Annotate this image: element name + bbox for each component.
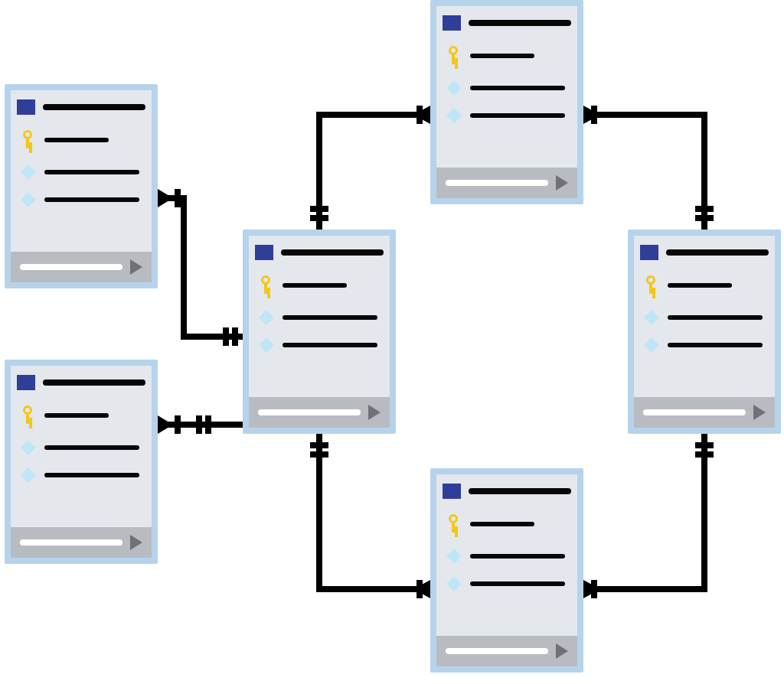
field-line [470,54,534,58]
progress-bar [258,409,361,415]
field-row-attr [449,551,565,562]
key-icon [449,46,459,66]
relation-t1-t3 [158,198,243,337]
field-line [44,197,139,202]
field-row-pk [646,275,763,295]
field-row-attr [646,312,763,323]
field-row-attr [261,340,377,350]
field-row-pk [261,275,377,295]
table-card-4 [430,0,583,204]
field-line [283,283,347,288]
field-line [44,138,109,142]
diamond-icon [21,164,36,180]
table-titlebar [436,474,577,503]
window-icon [640,245,658,260]
table-titlebar [11,366,152,395]
field-line [470,86,565,90]
field-row-attr [449,578,565,589]
diamond-icon [446,80,462,96]
field-line [470,113,565,118]
key-icon [23,406,34,425]
progress-bar [446,180,548,186]
play-icon [130,535,142,550]
window-icon [17,375,35,390]
key-icon [449,514,459,534]
field-line [44,413,109,418]
table-card-6 [628,230,781,434]
diamond-icon [644,337,659,353]
diamond-icon [446,576,462,591]
field-row-attr [23,470,139,480]
table-footer [634,397,775,428]
field-row-attr [449,110,565,121]
field-line [668,343,763,347]
table-titlebar [11,90,152,119]
window-icon [443,15,461,31]
field-row-attr [23,442,139,453]
diamond-icon [446,108,462,123]
field-line [44,473,139,477]
diamond-icon [446,549,462,564]
play-icon [753,405,766,420]
play-icon [368,405,381,420]
key-icon [23,130,34,150]
field-row-attr [449,83,565,93]
table-card-2 [5,360,158,564]
diamond-icon [21,467,36,483]
diamond-icon [21,192,36,207]
table-footer [11,527,152,558]
table-card-3 [243,230,396,434]
field-line [44,445,139,450]
diamond-icon [644,310,659,325]
field-line [668,315,763,320]
diamond-icon [21,440,36,455]
progress-bar [643,409,746,415]
window-icon [255,245,273,260]
title-line [43,379,145,386]
table-footer [249,397,390,428]
field-row-attr [261,312,377,323]
field-line [668,283,732,288]
relation-t3-t5 [319,434,430,589]
progress-bar [20,539,122,546]
svg-marker-0 [158,189,173,207]
progress-bar [20,264,122,270]
field-row-attr [23,167,139,178]
key-icon [646,275,657,295]
relation-t5-t6 [583,434,704,589]
svg-marker-4 [158,415,173,434]
window-icon [443,484,461,499]
table-footer [436,168,577,198]
relation-t3-t4 [319,115,430,230]
progress-bar [446,648,548,654]
field-row-attr [23,194,139,205]
table-card-1 [5,84,158,288]
table-titlebar [436,6,577,35]
play-icon [556,643,568,659]
diamond-icon [259,337,274,353]
table-titlebar [249,236,390,265]
field-line [283,343,377,347]
field-line [470,581,565,586]
title-line [43,104,145,110]
title-line [469,20,571,26]
diamond-icon [259,310,274,325]
play-icon [130,259,142,275]
relation-t4-t6 [583,115,704,230]
play-icon [556,175,568,191]
title-line [666,249,769,256]
field-row-attr [646,340,763,350]
field-line [470,522,534,526]
window-icon [17,99,35,115]
field-row-pk [449,514,565,534]
field-row-pk [23,130,139,150]
field-row-pk [23,406,139,425]
field-row-pk [449,46,565,66]
key-icon [261,275,272,295]
table-titlebar [634,236,775,265]
field-line [44,170,139,174]
table-footer [436,636,577,666]
table-footer [11,252,152,282]
table-card-5 [430,468,583,673]
field-line [470,554,565,559]
